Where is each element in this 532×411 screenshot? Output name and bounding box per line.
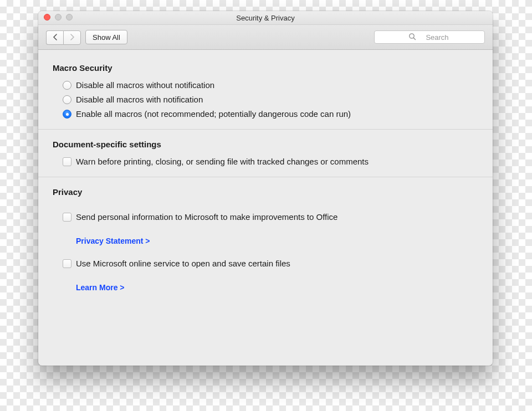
radio-label: Disable all macros without notification — [76, 80, 214, 91]
chevron-left-icon — [53, 34, 58, 42]
show-all-button[interactable]: Show All — [85, 30, 127, 44]
nav-segmented — [46, 30, 81, 44]
search-input[interactable] — [374, 30, 485, 44]
doc-settings-heading: Document-specific settings — [53, 140, 478, 149]
checkbox-label: Use Microsoft online service to open and… — [76, 258, 290, 269]
titlebar: Security & Privacy — [38, 11, 493, 25]
preferences-window: Security & Privacy Show All Mac — [38, 11, 493, 366]
radio-icon — [63, 95, 71, 104]
warn-tracked-changes-checkbox[interactable]: Warn before printing, closing, or sendin… — [53, 155, 478, 169]
window-controls — [44, 14, 73, 20]
content-area: Macro Security Disable all macros withou… — [38, 50, 493, 366]
radio-icon — [63, 81, 71, 90]
privacy-heading: Privacy — [53, 187, 478, 197]
forward-button[interactable] — [63, 30, 81, 45]
search-field-wrap — [374, 30, 485, 44]
toolbar: Show All — [38, 25, 493, 50]
minimize-window-button[interactable] — [55, 14, 62, 20]
close-window-button[interactable] — [44, 14, 50, 20]
send-personal-info-checkbox[interactable]: Send personal information to Microsoft t… — [53, 210, 478, 224]
checkbox-label: Warn before printing, closing, or sendin… — [76, 156, 369, 167]
checkbox-icon — [63, 213, 71, 222]
checkbox-icon — [63, 259, 71, 268]
chevron-right-icon — [70, 34, 75, 42]
use-online-service-checkbox[interactable]: Use Microsoft online service to open and… — [53, 256, 478, 271]
privacy-statement-link[interactable]: Privacy Statement > — [53, 231, 150, 249]
window-title: Security & Privacy — [236, 14, 294, 22]
radio-icon — [63, 110, 71, 119]
learn-more-link[interactable]: Learn More > — [53, 278, 125, 295]
macro-option-1[interactable]: Disable all macros with notification — [53, 93, 478, 107]
checkbox-label: Send personal information to Microsoft t… — [76, 212, 337, 223]
macro-radio-group: Disable all macros without notification … — [53, 78, 478, 121]
macro-security-heading: Macro Security — [53, 63, 478, 73]
zoom-window-button[interactable] — [66, 14, 73, 20]
macro-option-0[interactable]: Disable all macros without notification — [53, 78, 478, 93]
radio-label: Disable all macros with notification — [76, 94, 203, 105]
radio-label: Enable all macros (not recommended; pote… — [76, 109, 351, 120]
divider — [38, 177, 493, 177]
divider — [38, 129, 493, 130]
checkbox-icon — [63, 157, 71, 166]
macro-option-2[interactable]: Enable all macros (not recommended; pote… — [53, 107, 478, 121]
back-button[interactable] — [46, 30, 63, 45]
